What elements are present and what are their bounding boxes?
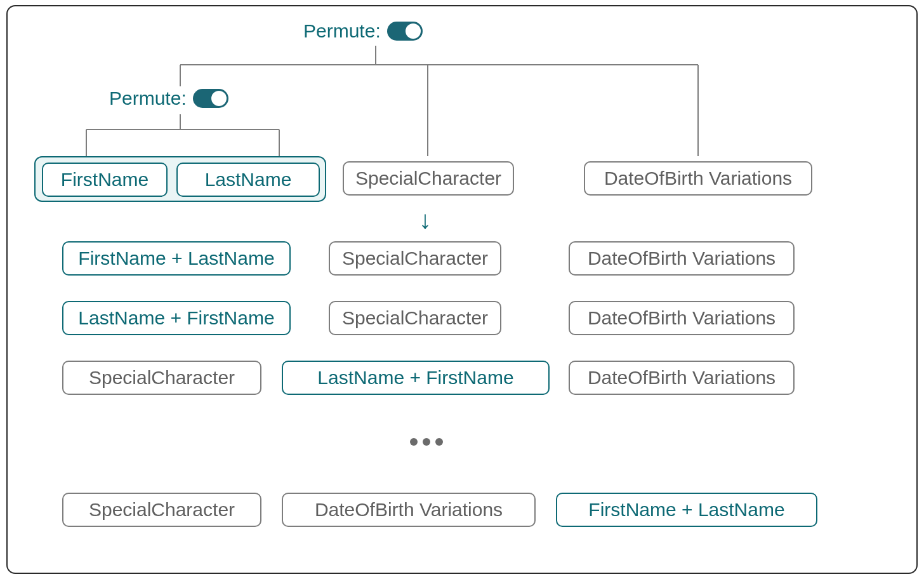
toggle-knob <box>406 23 421 39</box>
row2-col1-label: LastName + FirstName <box>78 307 274 329</box>
row1-col3-label: DateOfBirth Variations <box>588 248 776 269</box>
firstname-box: FirstName <box>42 163 168 197</box>
permute-left: Permute: <box>109 88 228 109</box>
dob-box: DateOfBirth Variations <box>584 161 812 196</box>
row4-col1: SpecialCharacter <box>62 493 261 527</box>
row4-col2-label: DateOfBirth Variations <box>315 499 503 521</box>
row1-col1: FirstName + LastName <box>62 241 291 276</box>
arrow-down-icon: ↓ <box>419 207 432 232</box>
row3-col1: SpecialCharacter <box>62 361 261 395</box>
permute-left-toggle[interactable] <box>193 89 228 108</box>
row3-col3-label: DateOfBirth Variations <box>588 367 776 389</box>
row2-col1: LastName + FirstName <box>62 301 291 335</box>
permute-top-toggle[interactable] <box>387 22 423 41</box>
permute-left-label: Permute: <box>109 88 187 109</box>
row4-col1-label: SpecialCharacter <box>89 499 235 521</box>
row3-col3: DateOfBirth Variations <box>569 361 795 395</box>
specialchar-box: SpecialCharacter <box>343 161 514 196</box>
permute-top: Permute: <box>303 20 423 42</box>
row4-col3: FirstName + LastName <box>556 493 817 527</box>
toggle-knob <box>211 91 227 106</box>
row2-col2: SpecialCharacter <box>329 301 501 335</box>
row1-col1-label: FirstName + LastName <box>78 248 274 269</box>
row3-col1-label: SpecialCharacter <box>89 367 235 389</box>
dot <box>410 438 418 446</box>
firstname-label: FirstName <box>61 169 148 190</box>
dot <box>423 438 430 446</box>
lastname-label: LastName <box>205 169 292 190</box>
row2-col3-label: DateOfBirth Variations <box>588 307 776 329</box>
specialchar-label: SpecialCharacter <box>355 168 501 189</box>
dob-label: DateOfBirth Variations <box>604 168 792 189</box>
row4-col2: DateOfBirth Variations <box>282 493 536 527</box>
diagram-frame: Permute: Permute: FirstName LastName Spe… <box>6 5 918 574</box>
permute-top-label: Permute: <box>303 20 381 42</box>
row1-col3: DateOfBirth Variations <box>569 241 795 276</box>
row1-col2-label: SpecialCharacter <box>342 248 488 269</box>
name-group: FirstName LastName <box>34 156 326 202</box>
row3-col2: LastName + FirstName <box>282 361 550 395</box>
row2-col2-label: SpecialCharacter <box>342 307 488 329</box>
row3-col2-label: LastName + FirstName <box>317 367 513 389</box>
row1-col2: SpecialCharacter <box>329 241 501 276</box>
dot <box>435 438 443 446</box>
row4-col3-label: FirstName + LastName <box>588 499 784 521</box>
ellipsis-icon <box>410 438 443 446</box>
lastname-box: LastName <box>176 163 320 197</box>
row2-col3: DateOfBirth Variations <box>569 301 795 335</box>
